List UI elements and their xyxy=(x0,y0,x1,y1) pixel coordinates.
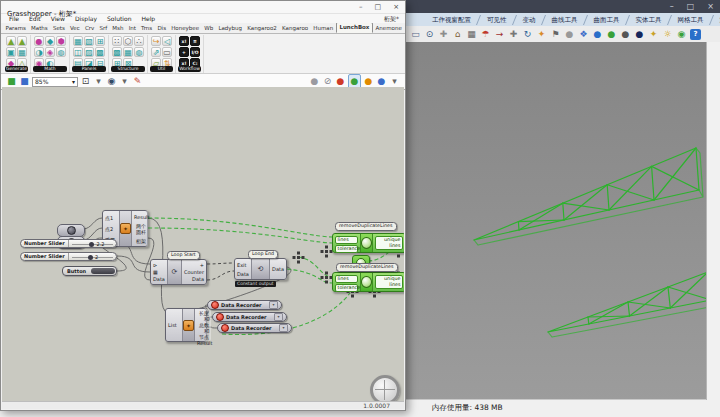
toolbar-group-label[interactable]: Panels xyxy=(72,66,106,72)
tab-maths[interactable]: Maths xyxy=(28,24,50,33)
input-port[interactable]: List xyxy=(168,322,180,328)
rhino-toolbar-icon[interactable]: ✚ xyxy=(438,29,449,40)
tab-sets[interactable]: Sets xyxy=(50,24,67,33)
record-icon[interactable] xyxy=(221,324,229,332)
rhino-toolbar-icon[interactable]: ⊙ xyxy=(424,29,435,40)
tab-extra[interactable]: Extra xyxy=(404,24,405,33)
number-slider[interactable]: Number Slider 2 xyxy=(20,252,117,261)
relay-cluster[interactable] xyxy=(292,251,305,264)
rhino-toolbar-icon[interactable]: ● xyxy=(564,29,575,40)
input-port[interactable]: lines xyxy=(335,236,358,244)
math-tool-icon[interactable]: ● xyxy=(34,36,44,46)
panels-tool-icon[interactable]: ▨ xyxy=(84,47,94,57)
rhino-toolbar-icon[interactable]: ☂ xyxy=(480,29,491,40)
tab-msh[interactable]: Msh xyxy=(110,24,126,33)
button-face[interactable] xyxy=(91,268,115,274)
output-port[interactable]: Data xyxy=(272,266,284,272)
util-tool-icon[interactable]: ▭ xyxy=(162,47,172,57)
slider-knob[interactable] xyxy=(88,255,93,260)
record-icon[interactable] xyxy=(216,313,224,321)
input-port[interactable]: Data xyxy=(153,276,165,282)
input-port[interactable]: tolerance xyxy=(335,284,358,292)
rhino-toolbar-icon[interactable]: ▭ xyxy=(410,29,421,40)
tab-kangaroo[interactable]: Kangaroo xyxy=(279,24,310,33)
rhino-side-panel-strip[interactable] xyxy=(706,42,720,400)
output-port[interactable]: Result xyxy=(197,340,209,346)
tab-human[interactable]: Human xyxy=(311,24,336,33)
chevron-down-icon[interactable]: ▾ xyxy=(269,301,278,309)
rhino-toolbar-icon[interactable]: ● xyxy=(634,29,645,40)
rhino-tab-变动[interactable]: 变动 xyxy=(515,14,544,26)
output-port[interactable]: 两个圆杆 xyxy=(134,223,146,235)
tab-anemone[interactable]: Anemone xyxy=(373,24,404,33)
workflow-tool-icon[interactable]: I/O xyxy=(190,47,200,57)
rhino-toolbar-icon[interactable]: ● xyxy=(620,29,631,40)
tab-crv[interactable]: Crv xyxy=(82,24,97,33)
input-port[interactable]: tolerance xyxy=(335,245,358,253)
rhino-toolbar-icon[interactable]: → xyxy=(494,29,505,40)
tab-kangaroo2[interactable]: Kangaroo2 xyxy=(245,24,280,33)
math-tool-icon[interactable]: ◈ xyxy=(45,47,55,57)
input-port[interactable]: 点1 xyxy=(105,215,117,221)
util-tool-icon[interactable]: ◁ xyxy=(162,36,172,46)
generate-tool-icon[interactable]: ▲ xyxy=(17,36,27,46)
input-port[interactable]: 点2 xyxy=(105,226,117,232)
loop-start-tag[interactable]: Loop Start xyxy=(167,251,200,260)
rhino-toolbar-icon[interactable]: ● xyxy=(606,29,617,40)
rhino-tab-网格工具[interactable]: 网格工具 xyxy=(670,14,712,26)
structure-tool-icon[interactable]: ▦ xyxy=(123,47,133,57)
rhino-toolbar-icon[interactable]: ✦ xyxy=(648,29,659,40)
toolbar-group-label[interactable]: Workflow xyxy=(178,66,201,72)
util-tool-icon[interactable]: ⇗ xyxy=(151,47,161,57)
math-tool-icon[interactable]: ◆ xyxy=(45,36,55,46)
output-port[interactable]: unique lines xyxy=(375,236,403,250)
rhino-maximize-button[interactable]: □ xyxy=(687,0,695,13)
structure-tool-icon[interactable]: ⬡ xyxy=(123,36,133,46)
loop-end-tag[interactable]: Loop End xyxy=(248,250,278,259)
record-icon[interactable] xyxy=(211,301,219,309)
rhino-tab-可见性[interactable]: 可见性 xyxy=(479,14,515,26)
output-port[interactable]: 桁架 xyxy=(134,238,146,244)
tab-int[interactable]: Int xyxy=(126,24,138,33)
rhino-toolbar-icon[interactable]: ↻ xyxy=(522,29,533,40)
panels-tool-icon[interactable]: ◫ xyxy=(73,47,83,57)
button-component[interactable]: Button xyxy=(62,266,117,276)
generate-tool-icon[interactable]: ▣ xyxy=(6,47,16,57)
rhino-tab-曲面工具[interactable]: 曲面工具 xyxy=(586,14,628,26)
list-stats-component[interactable]: List ✦ 长度和 总数和 节点 Result xyxy=(165,308,207,342)
tab-ladybug[interactable]: Ladybug xyxy=(216,24,245,33)
minimize-button[interactable]: – xyxy=(359,1,363,13)
structure-tool-icon[interactable]: ∴ xyxy=(134,36,144,46)
rhino-minimize-button[interactable]: – xyxy=(670,0,674,13)
tab-lunchbox[interactable]: LunchBox xyxy=(336,23,373,33)
tab-trns[interactable]: Trns xyxy=(139,24,155,33)
input-port[interactable]: lines xyxy=(335,275,358,283)
data-recorder-component[interactable]: Data Recorder ▾ xyxy=(217,323,292,333)
input-port[interactable]: ⊳ xyxy=(153,262,165,268)
output-port[interactable]: Data xyxy=(184,276,204,282)
maximize-button[interactable]: □ xyxy=(375,1,382,13)
rhino-toolbar-icon[interactable]: ☼ xyxy=(662,29,673,40)
loop-start-component[interactable]: ⊳ ▦ Data ⟳ + Counter Data xyxy=(150,259,207,285)
rhino-toolbar-icon[interactable]: ❖ xyxy=(578,29,589,40)
slider-groove[interactable]: 2.2 xyxy=(69,240,116,247)
panels-tool-icon[interactable]: ▩ xyxy=(95,47,105,57)
rhino-toolbar-icon[interactable]: ⌂ xyxy=(452,29,463,40)
output-port[interactable]: unique lines xyxy=(375,275,403,289)
rhino-toolbar-icon[interactable]: ● xyxy=(592,29,603,40)
zoom-select[interactable]: 85% ▾ xyxy=(32,77,78,87)
toolbar-group-label[interactable]: Util xyxy=(150,66,173,72)
menu-help[interactable]: Help xyxy=(137,14,161,23)
tab-honeybee[interactable]: Honeybee xyxy=(169,24,202,33)
rhino-tab-曲线工具[interactable]: 曲线工具 xyxy=(544,14,586,26)
output-port[interactable]: + xyxy=(184,262,204,268)
grasshopper-titlebar[interactable]: Grasshopper - 桁架* – □ × xyxy=(1,1,405,14)
data-recorder-component[interactable]: Data Recorder ▾ xyxy=(207,300,282,310)
slider-groove[interactable]: 2 xyxy=(69,253,116,260)
rhino-tab-实体工具[interactable]: 实体工具 xyxy=(628,14,670,26)
structure-tool-icon[interactable]: ∷ xyxy=(112,36,122,46)
output-port[interactable]: Result xyxy=(134,214,146,220)
tab-vec[interactable]: Vec xyxy=(67,24,82,33)
util-tool-icon[interactable]: ↪ xyxy=(151,36,161,46)
rhino-toolbar-icon[interactable]: ⚑ xyxy=(550,29,561,40)
